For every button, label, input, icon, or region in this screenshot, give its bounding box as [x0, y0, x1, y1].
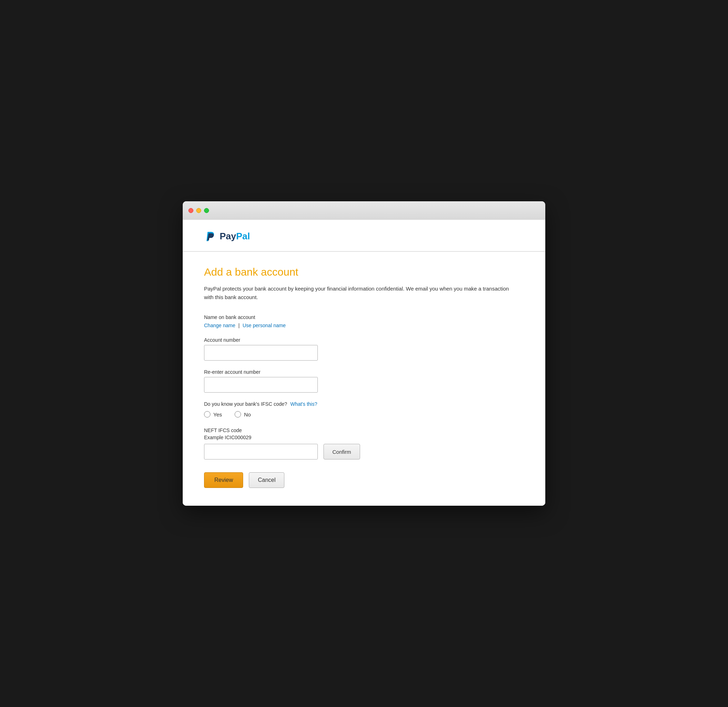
title-bar [183, 201, 545, 220]
yes-no-radio-group: Yes No [204, 411, 524, 418]
yes-radio-label: Yes [213, 412, 222, 418]
maximize-button[interactable] [204, 208, 209, 213]
neft-example-text: Example ICIC000029 [204, 435, 524, 440]
link-separator: | [238, 322, 240, 328]
main-window: PayPal Add a bank account PayPal protect… [183, 201, 545, 506]
yes-radio-option[interactable]: Yes [204, 411, 222, 418]
logo-text: PayPal [220, 231, 250, 242]
ifsc-question-text: Do you know your bank's IFSC code? What'… [204, 401, 524, 407]
account-number-group: Account number [204, 337, 524, 361]
ifsc-question-group: Do you know your bank's IFSC code? What'… [204, 401, 524, 418]
re-enter-account-number-label: Re-enter account number [204, 369, 524, 375]
neft-code-input[interactable] [204, 444, 318, 460]
review-button[interactable]: Review [204, 472, 243, 488]
cancel-button[interactable]: Cancel [249, 472, 285, 488]
account-number-input[interactable] [204, 345, 318, 361]
minimize-button[interactable] [196, 208, 201, 213]
logo-pay: Pay [220, 231, 236, 241]
logo-area: PayPal [204, 230, 250, 243]
paypal-p-icon [204, 230, 217, 243]
account-number-label: Account number [204, 337, 524, 343]
yes-radio-input[interactable] [204, 411, 211, 418]
action-buttons: Review Cancel [204, 472, 524, 488]
page-title: Add a bank account [204, 266, 524, 278]
whats-this-link[interactable]: What's this? [290, 401, 318, 407]
main-content: Add a bank account PayPal protects your … [183, 252, 545, 506]
name-on-account-group: Name on bank account Change name | Use p… [204, 314, 524, 328]
close-button[interactable] [188, 208, 194, 213]
no-radio-input[interactable] [235, 411, 241, 418]
no-radio-option[interactable]: No [235, 411, 251, 418]
page-description: PayPal protects your bank account by kee… [204, 285, 510, 302]
confirm-button[interactable]: Confirm [324, 444, 360, 460]
re-enter-account-number-input[interactable] [204, 377, 318, 393]
no-radio-label: No [244, 412, 251, 418]
neft-section: NEFT IFCS code Example ICIC000029 Confir… [204, 428, 524, 460]
re-enter-account-number-group: Re-enter account number [204, 369, 524, 393]
change-name-link[interactable]: Change name [204, 322, 235, 328]
neft-input-row: Confirm [204, 444, 524, 460]
header: PayPal [183, 220, 545, 252]
neft-code-label: NEFT IFCS code [204, 428, 524, 433]
name-links: Change name | Use personal name [204, 322, 524, 328]
name-on-account-label: Name on bank account [204, 314, 524, 320]
use-personal-name-link[interactable]: Use personal name [243, 322, 286, 328]
logo-pal: Pal [236, 231, 250, 241]
content-area: PayPal Add a bank account PayPal protect… [183, 220, 545, 506]
